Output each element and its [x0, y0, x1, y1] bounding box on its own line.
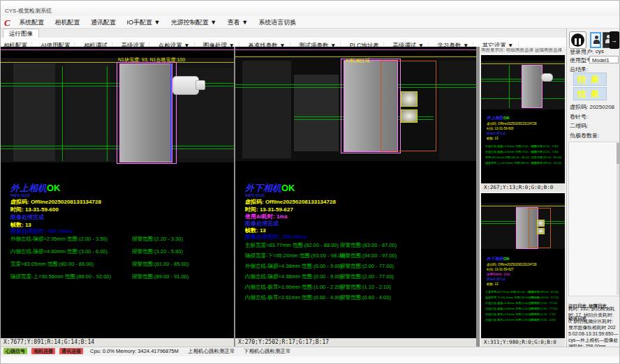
- machine-structure: [439, 61, 476, 161]
- baseline-vertical: [107, 66, 108, 161]
- menu-system-config[interactable]: 系统配置: [19, 18, 44, 27]
- thumb1-alarm: 报警范围:(81.00 - 85.00): [531, 156, 561, 159]
- record-list[interactable]: [568, 142, 620, 296]
- top-marker-line: [235, 50, 476, 50]
- measurement-row: 隔膜宽度-下=95.24mm 范围:(93.00 - 98.00): [245, 252, 346, 259]
- exit-button[interactable]: →: [610, 31, 619, 49]
- overlay-label: N1块宽度: 93; N1合格宽度:100: [118, 56, 185, 63]
- lower-camera-heartbeat: 下相机心跳检测正常: [244, 348, 291, 355]
- window-title: CYS-视觉检测系统: [5, 7, 52, 15]
- camera2-mes: MES:0|1|0: [245, 193, 265, 197]
- cpu-memory-readout: Cpu: 0.0% Memory: 3424.41796875M: [90, 348, 179, 354]
- measurement-row: 隔膜宽度-上=90.56mm 范围:(88.00 - 92.00): [10, 273, 111, 280]
- measurement-row: 外侧左线-隔膜=4.38mm 范围:(0.00 - 9.00): [245, 263, 342, 270]
- thumb2-alarm: 报警范围:(2.00 - 77.00): [529, 307, 557, 310]
- top-marker-line: [1, 50, 234, 50]
- pause-button[interactable]: [569, 31, 586, 49]
- thumbnail-header: 画面显示区: 明细画面选择 故障画面选择: [481, 47, 566, 54]
- thumb1-pixel-readout: X:267;Y:13;R:0;G:0;B:0: [481, 183, 565, 192]
- alarm-range: 报警范围:(2.00 - 77.00): [340, 273, 394, 280]
- alarm-range: 报警范围:(81.00 - 85.00): [132, 261, 189, 268]
- thumb1-viewport[interactable]: 外上相机OK 虚拟码: Offline20250208133134728 时间:…: [481, 55, 565, 183]
- tab-run-image[interactable]: 运行图像: [3, 29, 39, 38]
- alarm-range: 报警范围:(2.20 - 3.30): [132, 236, 183, 243]
- thumb1-row: 宽度=83.05mm 范围:(80.00 - 86.00): [485, 156, 529, 159]
- thumb1-row: 外侧左线-隔膜=2.95mm 范围:(2.00 - 3.50): [485, 144, 537, 148]
- camera2-elapsed: 图像处理耗时: 258.00ms: [245, 233, 307, 241]
- qrcode-label: 二维码:: [570, 122, 588, 130]
- app-logo-icon: C: [4, 17, 10, 29]
- menu-comm-config[interactable]: 通讯配置: [91, 18, 116, 27]
- operator-mode-button[interactable]: [590, 32, 601, 48]
- overlay-label: AI检测区域: [346, 57, 370, 64]
- alarm-range: 报警范围:(94.00 - 97.00): [340, 252, 397, 259]
- electrode-block: [522, 65, 542, 108]
- baseline-yellow: [481, 63, 565, 64]
- menu-light-config[interactable]: 光源控制配置 ▼: [171, 18, 216, 27]
- roll-count-label: 负极卷数量:: [570, 132, 599, 139]
- edge-line-blue: [170, 63, 172, 161]
- menu-view[interactable]: 查看 ▼: [228, 18, 248, 27]
- connector-tail: [195, 80, 205, 90]
- alarm-range: 报警范围:(0.60 - 4.00): [340, 294, 391, 301]
- alarm-range: 报警范围:(89.00 - 91.00): [132, 273, 189, 280]
- thumb1-row: 内侧左线-隔膜=4.60mm 范围:(3.00 - 6.00): [485, 150, 537, 153]
- defect-marker: [401, 91, 418, 107]
- person-icon: [593, 36, 599, 41]
- camera1-done: 图像处理完成: [10, 213, 44, 221]
- comm-link-badge: 通讯连接: [59, 348, 83, 354]
- machine-structure: [13, 63, 55, 161]
- scrollbar-thumb[interactable]: [617, 143, 619, 164]
- exit-icon: →: [611, 37, 617, 44]
- thumb2-pixel-readout: X:311;Y:980;R:0;G:0;B:0: [481, 338, 565, 347]
- thumb2-time: 时间: 13-31-59-627: [487, 268, 514, 271]
- login-user-value: cys: [596, 48, 604, 54]
- result-indicator-1: 结果: [573, 73, 607, 86]
- alarm-range: 报警范围:(2.00 - 77.00): [340, 263, 394, 270]
- virtual-code: 虚拟码: 20250208: [570, 103, 614, 111]
- upper-camera-heartbeat: 上相机心跳检测正常: [188, 348, 235, 355]
- thumb2-viewport[interactable]: 外下相机OK 虚拟码: Offline20250208133134728 时间:…: [481, 193, 565, 338]
- camera1-time: 时间: 13-31-59-600: [10, 206, 59, 213]
- baseline-vertical: [509, 65, 510, 108]
- log-scrollbar[interactable]: [617, 142, 619, 295]
- login-user-label: 登录用户:: [570, 48, 593, 56]
- camera2-viewport[interactable]: AI检测区域 外下相机OK MES:0|1|0 虚拟码: Offline2025…: [235, 47, 476, 338]
- thumb1-name: 外上相机: [487, 116, 503, 120]
- camera2-pixel-readout: X:270;Y:2502;R:17;G:17;B:17: [235, 338, 476, 347]
- thumb1-alarm: 报警范围:(89.00 - 91.00): [531, 161, 561, 165]
- thumb1-title: 外上相机OK: [487, 115, 510, 121]
- thumb2-alarm: 报警范围:(2.00 - 77.00): [529, 301, 557, 305]
- measurement-row: 外侧左线-隔膜=2.95mm 范围:(2.00 - 3.50): [10, 236, 108, 243]
- menu-language-switch[interactable]: 系统语言切换: [259, 18, 297, 27]
- measurement-row: 主极宽度=83.77mm 范围:(82.00 - 88.00): [245, 242, 339, 249]
- thumb1-status: OK: [503, 116, 510, 120]
- alarm-range: 报警范围:(83.00 - 87.00): [340, 242, 397, 249]
- thumb2-frames: 帧数: 13: [487, 282, 499, 286]
- thumb1-done: 图像处理完成: [487, 132, 505, 135]
- menu-camera-config[interactable]: 相机配置: [55, 18, 80, 27]
- menu-io-config[interactable]: IO手配置 ▼: [126, 18, 160, 27]
- defect-marker: [537, 228, 545, 234]
- measurement-row: 内侧左线-隔膜=4.60mm 范围:(3.00 - 6.00): [10, 248, 108, 255]
- tab-strip: [1, 29, 620, 38]
- camera1-viewport[interactable]: N1块宽度: 93; N1合格宽度:100 外上相机OK MES:0|1|0 虚…: [1, 47, 234, 338]
- camera1-mes: MES:0|1|0: [10, 193, 30, 197]
- log-text: 耗时: 222, 缺陷检测耗时: 17, 缺陷分类耗时: 0, 缺陷视频分区耗时…: [568, 305, 619, 349]
- thumb2-done: 图像处理完成: [487, 278, 505, 281]
- thumb1-frames: 帧数: 13: [487, 137, 499, 140]
- toolbar: 相机配置 AI使用配置 相机调试 高级设置 点检设置 ▼ 图像处理 ▼ 基准线参…: [1, 38, 620, 47]
- measurement-row: 宽度=83.05mm 范围:(80.00 - 86.00): [10, 261, 94, 268]
- heartbeat-badge: 心跳信号: [3, 348, 27, 354]
- model-select[interactable]: Model1: [589, 56, 619, 63]
- thumb2-status: OK: [503, 257, 510, 261]
- camera1-name: 外上相机: [10, 183, 47, 193]
- thumb2-barcode: 虚拟码: Offline20250208133134728: [487, 263, 536, 266]
- machine-structure: [294, 75, 339, 151]
- needle-number-label: 卷针号:: [570, 113, 588, 121]
- thumb1-alarm: 报警范围:(3.20 - 5.80): [531, 150, 559, 153]
- camera1-status: OK: [47, 183, 61, 193]
- app-window: CYS-视觉检测系统 C 系统配置 相机配置 通讯配置 IO手配置 ▼ 光源控制…: [0, 0, 620, 364]
- camera1-elapsed: 图像处理耗时: 256.00ms: [10, 227, 73, 235]
- measurement-row: 内侧左线-隔膜=4.38mm 范围:(0.00 - 9.00): [245, 273, 342, 280]
